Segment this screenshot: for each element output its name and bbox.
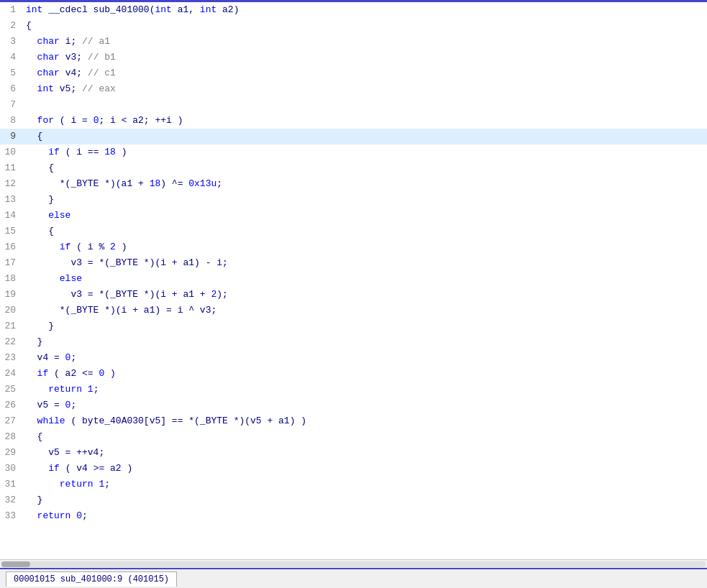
num-token: 18 xyxy=(104,147,116,157)
plain-token: } xyxy=(26,194,54,205)
plain-token: v5; xyxy=(54,83,82,94)
num-token: 0 xyxy=(76,510,82,521)
plain-token xyxy=(26,147,48,157)
line-number: 3 xyxy=(0,34,22,50)
line-number: 8 xyxy=(0,113,22,129)
num-token: 1 xyxy=(88,384,93,395)
plain-token xyxy=(26,83,37,94)
kw-token: char xyxy=(37,68,60,78)
code-area[interactable]: 1234567891011121314151617181920212223242… xyxy=(0,2,707,559)
line-number: 16 xyxy=(0,239,22,255)
code-line: v3 = *(_BYTE *)(i + a1 + 2); xyxy=(22,287,707,303)
plain-token: { xyxy=(26,20,32,31)
code-line: { xyxy=(22,429,707,445)
code-line: } xyxy=(22,492,707,508)
line-number: 12 xyxy=(0,176,22,192)
plain-token: { xyxy=(26,226,54,236)
plain-token: ; xyxy=(93,384,99,395)
plain-token: v4; xyxy=(60,68,88,78)
plain-token xyxy=(26,115,37,126)
plain-token: ) xyxy=(116,242,127,252)
code-line: } xyxy=(22,318,707,334)
line-number: 18 xyxy=(0,271,22,287)
plain-token: a1, xyxy=(172,4,200,15)
plain-token: ; xyxy=(104,479,110,490)
num-token: 0x13u xyxy=(188,178,216,189)
kw-token: else xyxy=(48,210,70,221)
plain-token xyxy=(26,510,37,521)
plain-token xyxy=(82,384,88,395)
code-line: { xyxy=(22,129,707,144)
plain-token: v5 = ++v4; xyxy=(26,447,104,458)
kw-token: while xyxy=(37,415,65,426)
code-line: v5 = 0; xyxy=(22,398,707,413)
code-content[interactable]: int __cdecl sub_401000(int a1, int a2){ … xyxy=(22,2,707,559)
line-number: 33 xyxy=(0,508,22,524)
plain-token xyxy=(26,384,48,395)
scrollbar-track[interactable] xyxy=(1,561,706,567)
editor-container: 1234567891011121314151617181920212223242… xyxy=(0,0,707,588)
plain-token xyxy=(26,415,37,426)
code-line: char v4; // c1 xyxy=(22,65,707,81)
code-line: } xyxy=(22,192,707,208)
kw-token: char xyxy=(37,36,60,47)
kw-token: int xyxy=(200,4,216,15)
cm-token: // b1 xyxy=(88,52,116,63)
horizontal-scrollbar[interactable] xyxy=(0,559,707,568)
plain-token: ; i < a2; ++i ) xyxy=(99,115,183,126)
line-number: 13 xyxy=(0,192,22,208)
plain-token: { xyxy=(26,131,42,142)
cm-token: // eax xyxy=(82,83,116,94)
line-number: 7 xyxy=(0,97,22,113)
plain-token: } xyxy=(26,321,54,331)
code-line: v5 = ++v4; xyxy=(22,445,707,461)
plain-token: } xyxy=(26,336,42,347)
code-line: return 0; xyxy=(22,508,707,524)
kw-token: int xyxy=(37,83,54,94)
line-number: 1 xyxy=(0,2,22,18)
plain-token: ( i = xyxy=(54,115,93,126)
plain-token: v3 = *(_BYTE *)(i + a1 + xyxy=(26,289,211,300)
line-number: 5 xyxy=(0,65,22,81)
plain-token: ) ^= xyxy=(160,178,188,189)
line-number: 25 xyxy=(0,382,22,398)
line-number: 29 xyxy=(0,445,22,461)
plain-token: ); xyxy=(216,289,228,300)
line-number: 28 xyxy=(0,429,22,445)
line-number: 23 xyxy=(0,350,22,366)
cm-token: // a1 xyxy=(82,36,110,47)
plain-token: ) xyxy=(104,368,116,379)
cm-token: // c1 xyxy=(88,68,116,78)
plain-token: v3; xyxy=(60,52,88,63)
plain-token: ; xyxy=(216,178,222,189)
status-tab[interactable]: 00001015 sub_401000:9 (401015) xyxy=(6,571,177,587)
plain-token xyxy=(26,368,37,379)
code-line: else xyxy=(22,208,707,224)
plain-token: ) xyxy=(116,147,127,157)
plain-token: a2) xyxy=(216,4,239,15)
kw-token: return xyxy=(37,510,71,521)
line-number: 22 xyxy=(0,334,22,350)
plain-token: ; xyxy=(82,510,88,521)
code-line: else xyxy=(22,271,707,287)
line-number: 4 xyxy=(0,50,22,65)
kw-token: int xyxy=(155,4,171,15)
plain-token: { xyxy=(26,162,54,173)
plain-token: v5 = xyxy=(26,400,65,410)
plain-token: } xyxy=(26,495,42,505)
kw-token: if xyxy=(60,242,71,252)
line-number: 21 xyxy=(0,318,22,334)
code-line: { xyxy=(22,160,707,176)
code-line: } xyxy=(22,334,707,350)
code-line: return 1; xyxy=(22,382,707,398)
plain-token xyxy=(26,479,60,490)
scrollbar-thumb[interactable] xyxy=(1,561,30,567)
kw-token: if xyxy=(48,463,60,474)
plain-token: ( i == xyxy=(60,147,104,157)
code-line xyxy=(22,97,707,113)
kw-token: if xyxy=(48,147,60,157)
kw-token: else xyxy=(60,273,82,284)
code-line: v3 = *(_BYTE *)(i + a1) - i; xyxy=(22,255,707,271)
plain-token xyxy=(26,36,37,47)
kw-token: return xyxy=(48,384,82,395)
